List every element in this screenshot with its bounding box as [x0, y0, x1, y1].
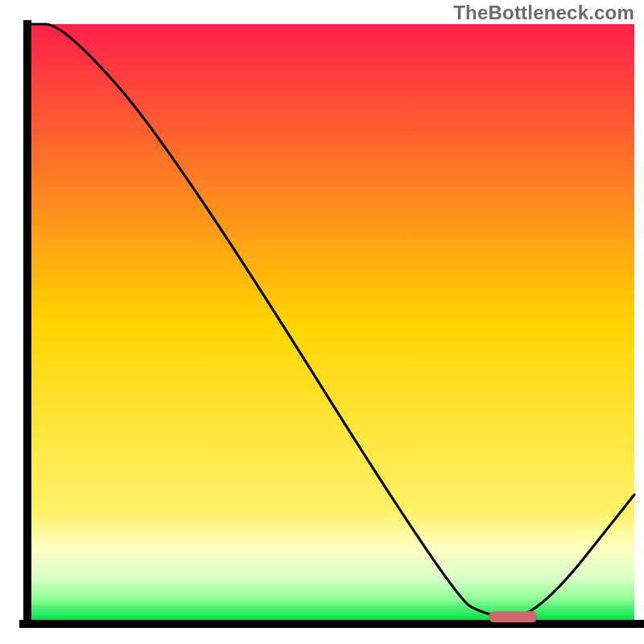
bottleneck-chart [0, 0, 644, 644]
watermark-text: TheBottleneck.com [453, 2, 634, 24]
plot-area [27, 24, 634, 620]
optimal-marker [489, 611, 537, 622]
chart-container: TheBottleneck.com [0, 0, 644, 644]
